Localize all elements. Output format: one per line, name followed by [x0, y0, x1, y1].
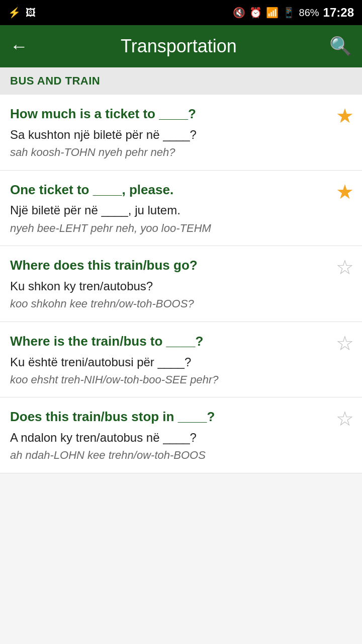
- signal-icon: 📱: [283, 7, 295, 19]
- phrase-content-4: Where is the train/bus to ____? Ku është…: [10, 333, 352, 387]
- phrase-item-5: Does this train/bus stop in ____? A ndal…: [0, 397, 362, 473]
- phrase-phonetic-2: nyeh bee-LEHT pehr neh, yoo loo-TEHM: [10, 221, 322, 236]
- phrase-content-5: Does this train/bus stop in ____? A ndal…: [10, 409, 352, 463]
- battery-percent: 86%: [299, 7, 319, 19]
- star-button-5[interactable]: ☆: [336, 409, 354, 429]
- phrase-english-4[interactable]: Where is the train/bus to ____?: [10, 333, 322, 350]
- phrase-translation-4: Ku është treni/autobusi për ____?: [10, 354, 322, 370]
- phrase-phonetic-4: koo ehsht treh-NIH/ow-toh-boo-SEE pehr?: [10, 373, 322, 387]
- time-display: 17:28: [323, 6, 354, 20]
- phrase-item-3: Where does this train/bus go? Ku shkon k…: [0, 246, 362, 322]
- phrase-english-3[interactable]: Where does this train/bus go?: [10, 257, 322, 274]
- phrase-english-2[interactable]: One ticket to ____, please.: [10, 182, 322, 199]
- phrase-translation-2: Një biletë për në ____, ju lutem.: [10, 202, 322, 218]
- phrase-translation-5: A ndalon ky tren/autobus në ____?: [10, 430, 322, 445]
- image-icon: 🖼: [26, 7, 36, 19]
- phrase-phonetic-1: sah koosh-TOHN nyeh pehr neh?: [10, 145, 322, 160]
- star-button-4[interactable]: ☆: [336, 333, 354, 353]
- phrase-item-2: One ticket to ____, please. Një biletë p…: [0, 171, 362, 247]
- app-bar: ← Transportation 🔍: [0, 25, 362, 67]
- mute-icon: 🔇: [233, 7, 245, 19]
- back-button[interactable]: ←: [10, 36, 28, 57]
- usb-icon: ⚡: [8, 7, 21, 19]
- status-right-icons: 🔇 ⏰ 📶 📱 86% 17:28: [233, 6, 354, 20]
- phrase-content-1: How much is a ticket to ____? Sa kushton…: [10, 106, 352, 160]
- star-button-2[interactable]: ★: [336, 182, 354, 202]
- phrase-translation-3: Ku shkon ky tren/autobus?: [10, 278, 322, 294]
- status-bar: ⚡ 🖼 🔇 ⏰ 📶 📱 86% 17:28: [0, 0, 362, 25]
- phrase-english-1[interactable]: How much is a ticket to ____?: [10, 106, 322, 123]
- phrase-phonetic-3: koo shkohn kee trehn/ow-toh-BOOS?: [10, 297, 322, 311]
- phrase-translation-1: Sa kushton një biletë për në ____?: [10, 127, 322, 142]
- star-button-3[interactable]: ☆: [336, 257, 354, 277]
- phrase-content-3: Where does this train/bus go? Ku shkon k…: [10, 257, 352, 311]
- phrase-english-5[interactable]: Does this train/bus stop in ____?: [10, 409, 322, 426]
- section-header-bus-train: BUS AND TRAIN: [0, 67, 362, 95]
- phrase-content-2: One ticket to ____, please. Një biletë p…: [10, 182, 352, 236]
- alarm-icon: ⏰: [249, 7, 262, 19]
- phrase-item-1: How much is a ticket to ____? Sa kushton…: [0, 95, 362, 171]
- phrase-phonetic-5: ah ndah-LOHN kee trehn/ow-toh-BOOS: [10, 448, 322, 463]
- phrases-list: How much is a ticket to ____? Sa kushton…: [0, 95, 362, 473]
- wifi-icon: 📶: [266, 7, 279, 19]
- search-button[interactable]: 🔍: [329, 36, 352, 57]
- star-button-1[interactable]: ★: [336, 106, 354, 126]
- page-title: Transportation: [121, 36, 237, 57]
- phrase-item-4: Where is the train/bus to ____? Ku është…: [0, 322, 362, 398]
- status-left-icons: ⚡ 🖼: [8, 7, 36, 19]
